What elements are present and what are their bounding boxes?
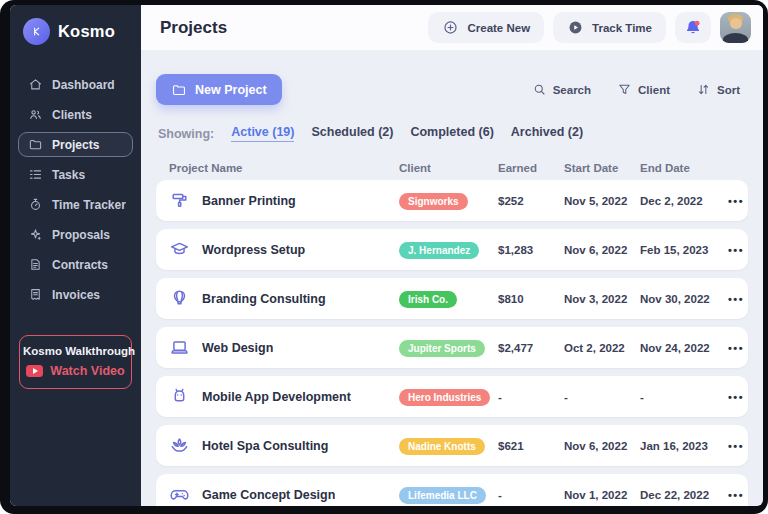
invoice-icon	[28, 287, 43, 302]
sidebar-nav-item[interactable]: Projects	[18, 132, 133, 157]
sidebar-nav-item[interactable]: Dashboard	[18, 72, 133, 97]
table-row[interactable]: Web Design Jupiter Sports $2,477 Oct 2, …	[156, 327, 748, 368]
search-button[interactable]: Search	[532, 82, 591, 97]
search-icon	[532, 82, 547, 97]
walkthrough-title: Kosmo Walkthrough	[23, 345, 128, 357]
client-filter-button[interactable]: Client	[617, 82, 670, 97]
project-name: Game Concept Design	[202, 488, 335, 502]
notifications-button[interactable]	[675, 12, 711, 43]
column-project-name: Project Name	[156, 162, 394, 174]
project-name: Hotel Spa Consulting	[202, 439, 328, 453]
watch-video-button[interactable]: Watch Video	[26, 364, 124, 378]
start-date: Oct 2, 2022	[564, 342, 640, 354]
sidebar-nav-item-label: Invoices	[52, 288, 100, 302]
app-logo: Kosmo	[10, 5, 141, 45]
earned-value: $810	[498, 293, 564, 305]
start-date: -	[564, 391, 640, 403]
create-new-button[interactable]: Create New	[428, 12, 544, 43]
client-badge: J. Hernandez	[399, 242, 479, 259]
funnel-icon	[617, 82, 632, 97]
sidebar-nav-item-label: Contracts	[52, 258, 108, 272]
end-date: Nov 30, 2022	[640, 293, 728, 305]
earned-value: -	[498, 489, 564, 501]
lotus-icon	[169, 435, 190, 456]
table-row[interactable]: Wordpress Setup J. Hernandez $1,283 Nov …	[156, 229, 748, 270]
paint-roller-icon	[169, 190, 190, 211]
table-row[interactable]: Game Concept Design Lifemedia LLC - Nov …	[156, 474, 748, 506]
filter-tab[interactable]: Scheduled (2)	[311, 125, 393, 142]
kosmo-app: Kosmo Dashboard Clients Proje	[10, 5, 763, 506]
row-menu-button[interactable]: •••	[728, 195, 757, 207]
filter-tab[interactable]: Archived (2)	[511, 125, 583, 142]
project-name: Web Design	[202, 341, 273, 355]
new-project-button[interactable]: New Project	[156, 74, 282, 105]
sidebar-nav: Dashboard Clients Projects Tasks	[10, 72, 141, 312]
column-earned: Earned	[498, 162, 564, 174]
filter-tab[interactable]: Active (19)	[231, 125, 294, 142]
column-end-date: End Date	[640, 162, 728, 174]
start-date: Nov 3, 2022	[564, 293, 640, 305]
table-row[interactable]: Hotel Spa Consulting Nadine Knotts $621 …	[156, 425, 748, 466]
sidebar-nav-item-label: Tasks	[52, 168, 85, 182]
project-list: Banner Printing Signworks $252 Nov 5, 20…	[156, 180, 748, 506]
sidebar-nav-item[interactable]: Tasks	[18, 162, 133, 187]
column-start-date: Start Date	[564, 162, 640, 174]
row-menu-button[interactable]: •••	[728, 244, 757, 256]
sidebar-nav-item[interactable]: Clients	[18, 102, 133, 127]
end-date: Nov 24, 2022	[640, 342, 728, 354]
watch-video-label: Watch Video	[50, 364, 124, 378]
start-date: Nov 6, 2022	[564, 440, 640, 452]
track-time-button[interactable]: Track Time	[553, 12, 666, 43]
earned-value: $1,283	[498, 244, 564, 256]
kosmo-logo-icon	[23, 18, 50, 45]
row-menu-button[interactable]: •••	[728, 342, 757, 354]
header-actions: Create New Track Time	[428, 12, 751, 43]
showing-label: Showing:	[158, 127, 214, 141]
table-row[interactable]: Branding Consulting Irish Co. $810 Nov 3…	[156, 278, 748, 319]
contract-icon	[28, 257, 43, 272]
sidebar-nav-item[interactable]: Contracts	[18, 252, 133, 277]
sparkles-icon	[28, 227, 43, 242]
earned-value: -	[498, 391, 564, 403]
table-actions: Search Client Sort	[532, 82, 748, 97]
sidebar: Kosmo Dashboard Clients Proje	[10, 5, 141, 506]
end-date: Dec 2, 2022	[640, 195, 728, 207]
page-title: Projects	[160, 18, 227, 38]
filter-tab[interactable]: Completed (6)	[410, 125, 493, 142]
sidebar-nav-item-label: Clients	[52, 108, 92, 122]
sidebar-nav-item-label: Time Tracker	[52, 198, 126, 212]
main-area: Projects Create New Track Time	[141, 5, 763, 506]
tasks-icon	[28, 167, 43, 182]
users-icon	[28, 107, 43, 122]
sidebar-nav-item-label: Dashboard	[52, 78, 115, 92]
hot-air-balloon-icon	[169, 288, 190, 309]
graduation-cap-icon	[169, 239, 190, 260]
folder-icon	[171, 82, 187, 98]
play-circle-icon	[567, 19, 584, 36]
page-header: Projects Create New Track Time	[141, 5, 763, 50]
start-date: Nov 6, 2022	[564, 244, 640, 256]
start-date: Nov 5, 2022	[564, 195, 640, 207]
sidebar-nav-item[interactable]: Time Tracker	[18, 192, 133, 217]
window-frame: Kosmo Dashboard Clients Proje	[0, 0, 768, 514]
row-menu-button[interactable]: •••	[728, 391, 757, 403]
row-menu-button[interactable]: •••	[728, 489, 757, 501]
client-badge: Irish Co.	[399, 291, 457, 308]
client-badge: Signworks	[399, 193, 468, 210]
project-name: Wordpress Setup	[202, 243, 305, 257]
start-date: Nov 1, 2022	[564, 489, 640, 501]
table-row[interactable]: Mobile App Development Hero Industries -…	[156, 376, 748, 417]
plus-circle-icon	[442, 19, 459, 36]
user-avatar[interactable]	[720, 12, 751, 43]
row-menu-button[interactable]: •••	[728, 293, 757, 305]
sidebar-nav-item[interactable]: Invoices	[18, 282, 133, 307]
home-icon	[28, 77, 43, 92]
table-row[interactable]: Banner Printing Signworks $252 Nov 5, 20…	[156, 180, 748, 221]
stopwatch-icon	[28, 197, 43, 212]
sort-button[interactable]: Sort	[696, 82, 740, 97]
sidebar-nav-item[interactable]: Proposals	[18, 222, 133, 247]
sidebar-nav-item-label: Projects	[52, 138, 99, 152]
end-date: Dec 22, 2022	[640, 489, 728, 501]
row-menu-button[interactable]: •••	[728, 440, 757, 452]
walkthrough-card: Kosmo Walkthrough Watch Video	[19, 335, 132, 389]
